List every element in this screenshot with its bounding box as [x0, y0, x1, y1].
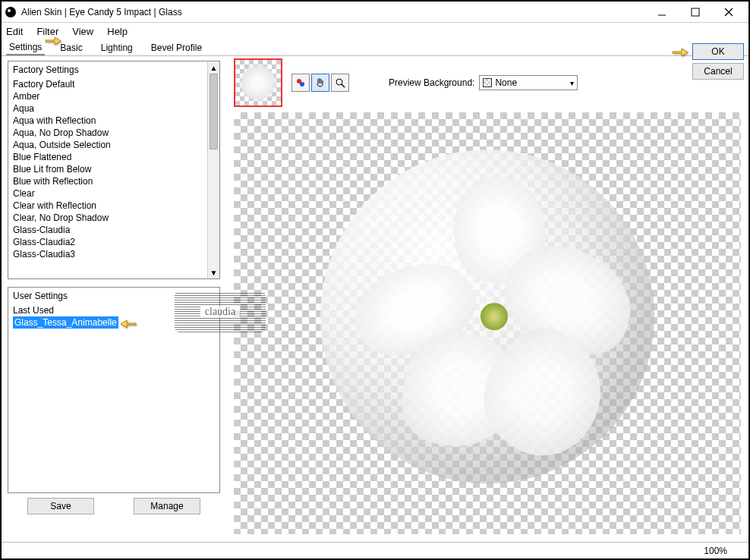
preview-background-row: Preview Background: None ▾	[389, 75, 578, 90]
scroll-thumb[interactable]	[210, 74, 218, 149]
scroll-down-icon[interactable]: ▼	[208, 266, 219, 278]
tab-settings[interactable]: Settings	[6, 40, 45, 55]
svg-point-8	[336, 79, 342, 85]
list-item[interactable]: Blue Flattened	[13, 151, 215, 163]
svg-line-9	[342, 84, 345, 87]
flower-center	[481, 304, 508, 331]
tab-lighting[interactable]: Lighting	[98, 41, 136, 55]
list-item[interactable]: Blue Lit from Below	[13, 163, 215, 175]
manage-button[interactable]: Manage	[134, 498, 200, 514]
window-controls	[645, 2, 745, 22]
list-item[interactable]: Amber	[13, 90, 215, 102]
menu-edit[interactable]: Edit	[6, 26, 23, 37]
menu-help[interactable]: Help	[107, 26, 128, 37]
minimize-button[interactable]	[645, 2, 679, 22]
list-item[interactable]: Factory Default	[13, 78, 215, 90]
right-pane: Preview Background: None ▾	[226, 56, 748, 542]
preview-background-value: None	[495, 77, 517, 88]
list-item[interactable]: Clear, No Drop Shadow	[13, 212, 215, 224]
thumbnail-image	[239, 64, 277, 102]
menu-view[interactable]: View	[72, 26, 93, 37]
svg-point-0	[5, 7, 16, 17]
pointer-hand-icon	[671, 45, 689, 58]
list-item[interactable]: Blue with Reflection	[13, 175, 215, 187]
factory-settings-list: Factory Settings Factory Default Amber A…	[8, 61, 220, 279]
tab-bevel-profile[interactable]: Bevel Profile	[148, 41, 205, 55]
content-area: Factory Settings Factory Default Amber A…	[2, 56, 748, 542]
svg-point-1	[8, 9, 11, 12]
scroll-up-icon[interactable]: ▲	[208, 61, 219, 74]
app-icon	[5, 6, 17, 18]
preview-tool-buttons	[291, 74, 349, 92]
hand-tool[interactable]	[311, 74, 329, 92]
factory-settings-header: Factory Settings	[8, 61, 219, 78]
window-title: Alien Skin | Eye Candy 5 Impact | Glass	[21, 7, 645, 17]
list-item[interactable]: Aqua with Reflection	[13, 115, 215, 127]
titlebar: Alien Skin | Eye Candy 5 Impact | Glass	[2, 2, 748, 23]
maximize-button[interactable]	[679, 2, 712, 22]
scrollbar[interactable]: ▲ ▼	[207, 61, 219, 278]
save-button[interactable]: Save	[27, 498, 94, 514]
tabbar: Settings Basic Lighting Bevel Profile OK…	[2, 39, 748, 56]
svg-rect-3	[692, 8, 699, 16]
list-item[interactable]: Aqua	[13, 102, 215, 115]
settings-buttons: Save Manage	[8, 498, 220, 514]
color-picker-tool[interactable]	[291, 74, 310, 92]
preview-background-select[interactable]: None ▾	[479, 75, 578, 90]
menubar: Edit Filter View Help	[2, 23, 748, 39]
list-item-selected[interactable]: Glass_Tessa_Animabelle	[13, 316, 118, 329]
zoom-level: 100%	[704, 546, 727, 556]
app-window: Alien Skin | Eye Candy 5 Impact | Glass …	[0, 0, 750, 560]
pointer-hand-icon	[119, 316, 137, 330]
svg-point-7	[300, 82, 304, 87]
watermark: claudia	[175, 291, 266, 332]
close-button[interactable]	[712, 2, 745, 22]
transparency-swatch-icon	[483, 78, 492, 87]
preview-canvas[interactable]	[234, 112, 741, 534]
preview-toolbar: Preview Background: None ▾	[226, 56, 748, 109]
chevron-down-icon: ▾	[570, 79, 574, 87]
glass-sphere	[320, 149, 654, 483]
list-item[interactable]: Aqua, Outside Selection	[13, 139, 215, 151]
list-item[interactable]: Glass-Claudia3	[13, 248, 215, 260]
zoom-tool[interactable]	[331, 74, 349, 92]
preview-thumbnail[interactable]	[234, 58, 282, 107]
preview-background-label: Preview Background:	[389, 77, 474, 88]
list-item[interactable]: Clear	[13, 187, 215, 200]
watermark-text: claudia	[200, 306, 240, 318]
statusbar: 100%	[2, 542, 748, 558]
list-item[interactable]: Glass-Claudia2	[13, 236, 215, 248]
list-item[interactable]: Aqua, No Drop Shadow	[13, 127, 215, 139]
list-item[interactable]: Glass-Claudia	[13, 224, 215, 236]
list-item[interactable]: Clear with Reflection	[13, 200, 215, 212]
pointer-hand-icon	[44, 33, 62, 47]
